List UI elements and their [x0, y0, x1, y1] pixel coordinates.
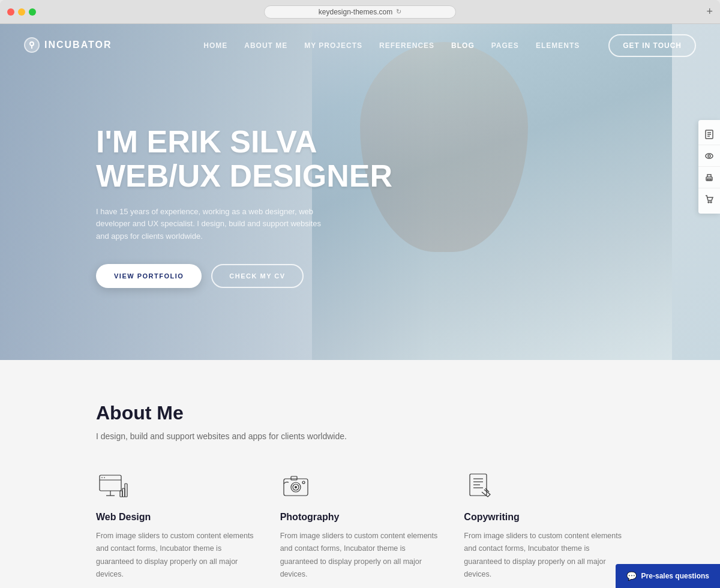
- nav-link-pages[interactable]: PAGES: [491, 41, 519, 50]
- nav-link-projects[interactable]: MY PROJECTS: [304, 41, 362, 50]
- logo-icon: [24, 37, 40, 53]
- svg-rect-11: [100, 475, 121, 491]
- service-card-copywriting: Copywriting From image sliders to custom…: [464, 471, 624, 581]
- about-title: About Me: [96, 402, 624, 424]
- service-desc-webdesign: From image sliders to custom content ele…: [96, 530, 256, 581]
- svg-rect-19: [120, 491, 122, 497]
- service-icon-photography: [280, 471, 314, 501]
- address-bar[interactable]: keydesign-themes.com ↻: [264, 5, 456, 19]
- svg-point-0: [30, 42, 34, 46]
- hero-content: I'M ERIK SILVA WEB/UX DESIGNER I have 15…: [96, 125, 392, 288]
- service-card-photography: Photography From image sliders to custom…: [280, 471, 440, 581]
- nav-item-references[interactable]: REFERENCES: [379, 40, 434, 50]
- browser-content: INCUBATOR HOME ABOUT ME MY PROJECTS REFE…: [0, 24, 720, 588]
- navbar: INCUBATOR HOME ABOUT ME MY PROJECTS REFE…: [0, 24, 720, 66]
- nav-item-pages[interactable]: PAGES: [491, 40, 519, 50]
- hero-title: I'M ERIK SILVA WEB/UX DESIGNER: [96, 125, 392, 193]
- nav-cta[interactable]: GET IN TOUCH: [608, 40, 696, 50]
- logo-text: INCUBATOR: [44, 40, 112, 50]
- hero-title-line2: WEB/UX DESIGNER: [96, 158, 392, 193]
- nav-item-blog[interactable]: BLOG: [451, 40, 475, 50]
- hero-section: INCUBATOR HOME ABOUT ME MY PROJECTS REFE…: [0, 24, 720, 360]
- svg-rect-17: [125, 484, 127, 497]
- nav-item-projects[interactable]: MY PROJECTS: [304, 40, 362, 50]
- nav-link-elements[interactable]: ELEMENTS: [536, 41, 580, 50]
- services-grid: Web Design From image sliders to custom …: [96, 471, 624, 581]
- about-section: About Me I design, build and support web…: [0, 360, 720, 588]
- nav-item-home[interactable]: HOME: [203, 40, 227, 50]
- dot-red[interactable]: [7, 8, 14, 16]
- side-icons-panel: [698, 120, 720, 214]
- nav-link-references[interactable]: REFERENCES: [379, 41, 434, 50]
- nav-link-about[interactable]: ABOUT ME: [244, 41, 287, 50]
- service-desc-photography: From image sliders to custom content ele…: [280, 530, 440, 581]
- nav-item-elements[interactable]: ELEMENTS: [536, 40, 580, 50]
- url-text: keydesign-themes.com: [319, 8, 392, 16]
- nav-links: HOME ABOUT ME MY PROJECTS REFERENCES BLO…: [203, 40, 696, 50]
- nav-link-blog[interactable]: BLOG: [451, 41, 475, 50]
- service-desc-copywriting: From image sliders to custom content ele…: [464, 530, 624, 581]
- logo-link[interactable]: INCUBATOR: [24, 37, 112, 53]
- svg-rect-18: [122, 488, 125, 497]
- dot-yellow[interactable]: [18, 8, 25, 16]
- svg-point-5: [706, 154, 713, 158]
- svg-point-25: [295, 486, 297, 488]
- nav-item-about[interactable]: ABOUT ME: [244, 40, 287, 50]
- service-title-copywriting: Copywriting: [464, 512, 624, 523]
- svg-point-6: [708, 155, 710, 157]
- side-icon-cart[interactable]: [698, 188, 720, 210]
- service-title-webdesign: Web Design: [96, 512, 256, 523]
- check-cv-button[interactable]: CHECK MY CV: [211, 264, 303, 288]
- hero-title-line1: I'M ERIK SILVA: [96, 124, 317, 159]
- add-tab-button[interactable]: +: [706, 5, 713, 18]
- svg-point-10: [710, 202, 712, 203]
- service-title-photography: Photography: [280, 512, 440, 523]
- dot-green[interactable]: [29, 8, 36, 16]
- about-subtitle: I design, build and support websites and…: [96, 431, 624, 441]
- svg-rect-8: [707, 179, 711, 180]
- svg-rect-23: [291, 476, 297, 480]
- side-icon-eye[interactable]: [698, 145, 720, 167]
- svg-point-24: [302, 481, 305, 484]
- browser-dots: [7, 8, 36, 16]
- nav-link-home[interactable]: HOME: [203, 41, 227, 50]
- side-icon-book[interactable]: [698, 124, 720, 145]
- side-icon-print[interactable]: [698, 167, 720, 188]
- service-icon-copywriting: [464, 471, 497, 501]
- service-card-webdesign: Web Design From image sliders to custom …: [96, 471, 256, 581]
- svg-point-9: [708, 202, 709, 203]
- service-icon-webdesign: [96, 471, 130, 501]
- nav-cta-link[interactable]: GET IN TOUCH: [608, 34, 696, 57]
- browser-chrome: keydesign-themes.com ↻ +: [0, 0, 720, 24]
- presales-label: Pre-sales questions: [641, 572, 709, 580]
- refresh-icon[interactable]: ↻: [396, 8, 401, 16]
- hero-buttons: VIEW PORTFOLIO CHECK MY CV: [96, 264, 392, 288]
- presales-icon: 💬: [626, 571, 637, 581]
- view-portfolio-button[interactable]: VIEW PORTFOLIO: [96, 264, 202, 288]
- presales-button[interactable]: 💬 Pre-sales questions: [616, 564, 720, 588]
- hero-description: I have 15 years of experience, working a…: [96, 206, 324, 243]
